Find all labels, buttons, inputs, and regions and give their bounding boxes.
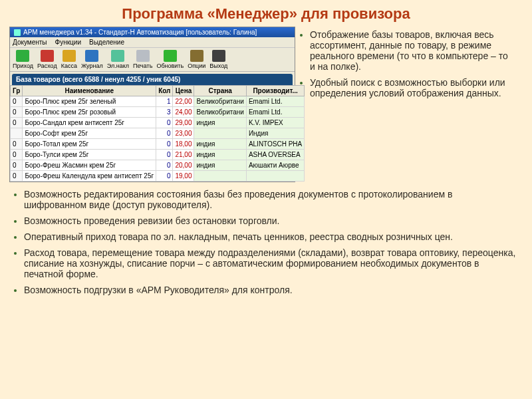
table-row[interactable]: 0Боро-Тулси крем 25г021,00индияASHA OVER… <box>11 150 305 160</box>
bullet-item: Оперативный приход товара по эл. накладн… <box>24 231 516 242</box>
cell-name: Боро-Сандал крем антисепт 25г <box>23 118 156 128</box>
cell-price: 20,00 <box>173 160 194 171</box>
cell-price: 23,00 <box>173 128 194 139</box>
bullet-item: Удобный поиск с возможностью выборки или… <box>310 77 509 98</box>
table-row[interactable]: 0Боро-Сандал крем антисепт 25г029,00инди… <box>11 118 305 128</box>
table-row[interactable]: 0Боро-Плюс крем 25г розовый324,00Великоб… <box>11 107 305 118</box>
table-row[interactable]: 0Боро-Тотал крем 25г018,00индияALINTOSCH… <box>11 139 305 150</box>
cell-qty: 0 <box>156 150 173 160</box>
cell-country: Великобритани <box>194 96 246 107</box>
toolbar-button[interactable]: Эл.накл <box>107 50 129 69</box>
menu-selection[interactable]: Выделение <box>89 39 124 46</box>
menu-functions[interactable]: Функции <box>55 39 81 46</box>
toolbar-icon <box>63 50 76 62</box>
page-title: Программа «Менеджер» для провизора <box>0 5 532 23</box>
cell-name: Боро-Плюс крем 25г розовый <box>23 107 156 118</box>
toolbar-icon <box>190 50 203 62</box>
app-screenshot: АРМ менеджера v1.34 - Стандарт-Н Автомат… <box>9 27 295 182</box>
column-header[interactable]: Гр <box>11 86 23 96</box>
cell-gr: 0 <box>11 96 23 107</box>
cell-price: 22,00 <box>173 96 194 107</box>
toolbar-label: Выход <box>209 63 227 69</box>
cell-country: индия <box>194 118 246 128</box>
bullet-item: Расход товара, перемещение товара между … <box>24 247 516 279</box>
column-header[interactable]: Страна <box>194 86 246 96</box>
table-header-row: ГрНаименованиеКолЦенаСтранаПроизводит... <box>11 86 305 96</box>
cell-name: Боро-Тулси крем 25г <box>23 150 156 160</box>
cell-name: Боро-Плюс крем 25г зеленый <box>23 96 156 107</box>
toolbar-button[interactable]: Печать <box>133 50 152 69</box>
column-header[interactable]: Кол <box>156 86 173 96</box>
toolbar-button[interactable]: Расход <box>37 50 57 69</box>
cell-qty: 0 <box>156 118 173 128</box>
window-title: АРМ менеджера v1.34 - Стандарт-Н Автомат… <box>23 29 257 36</box>
cell-country <box>194 128 246 139</box>
side-bullets: Отображение базы товаров, включая весь а… <box>295 27 521 182</box>
cell-gr <box>11 128 23 139</box>
toolbar-label: Обновить <box>156 63 184 69</box>
cell-price: 29,00 <box>173 118 194 128</box>
lower-bullets: Возможность редактирования состояния баз… <box>0 182 532 295</box>
cell-qty: 0 <box>156 160 173 171</box>
cell-gr: 0 <box>11 171 23 182</box>
bullet-item: Отображение базы товаров, включая весь а… <box>310 29 509 72</box>
menu-documents[interactable]: Документы <box>13 39 47 46</box>
cell-country <box>194 171 246 182</box>
toolbar: ПриходРасходКассаЖурналЭл.наклПечатьОбно… <box>10 48 295 72</box>
toolbar-button[interactable]: Обновить <box>156 50 184 69</box>
app-icon <box>14 29 21 36</box>
toolbar-icon <box>111 50 124 62</box>
cell-country: Великобритани <box>194 107 246 118</box>
window-titlebar: АРМ менеджера v1.34 - Стандарт-Н Автомат… <box>10 27 295 37</box>
toolbar-icon <box>164 50 177 62</box>
toolbar-icon <box>16 50 29 62</box>
cell-price: 19,00 <box>173 171 194 182</box>
toolbar-label: Журнал <box>81 63 103 69</box>
table-row[interactable]: 0Боро-Фреш Жасмин крем 25г020,00индияАюш… <box>11 160 305 171</box>
cell-gr: 0 <box>11 107 23 118</box>
column-header[interactable]: Цена <box>173 86 194 96</box>
cell-name: Боро-Фреш Календула крем антисепт 25г <box>23 171 156 182</box>
toolbar-icon <box>212 50 225 62</box>
table-row[interactable]: 0Боро-Плюс крем 25г зеленый122,00Великоб… <box>11 96 305 107</box>
bullet-item: Возможность проведения ревизии без остан… <box>24 215 516 226</box>
products-table: ГрНаименованиеКолЦенаСтранаПроизводит...… <box>10 85 305 182</box>
toolbar-button[interactable]: Опции <box>188 50 205 69</box>
toolbar-icon <box>41 50 54 62</box>
cell-qty: 0 <box>156 171 173 182</box>
toolbar-icon <box>85 50 98 62</box>
toolbar-button[interactable]: Журнал <box>81 50 103 69</box>
column-header[interactable]: Наименование <box>23 86 156 96</box>
toolbar-label: Приход <box>13 63 33 69</box>
toolbar-label: Опции <box>188 63 205 69</box>
cell-qty: 0 <box>156 128 173 139</box>
cell-gr: 0 <box>11 150 23 160</box>
table-row[interactable]: Боро-Софт крем 25г023,00Индия <box>11 128 305 139</box>
cell-price: 21,00 <box>173 150 194 160</box>
toolbar-label: Касса <box>61 63 77 69</box>
upper-row: АРМ менеджера v1.34 - Стандарт-Н Автомат… <box>0 27 532 182</box>
cell-name: Боро-Тотал крем 25г <box>23 139 156 150</box>
cell-price: 18,00 <box>173 139 194 150</box>
cell-name: Боро-Софт крем 25г <box>23 128 156 139</box>
table-row[interactable]: 0Боро-Фреш Календула крем антисепт 25г01… <box>11 171 305 182</box>
cell-qty: 3 <box>156 107 173 118</box>
toolbar-button[interactable]: Выход <box>209 50 227 69</box>
toolbar-label: Расход <box>37 63 57 69</box>
cell-gr: 0 <box>11 118 23 128</box>
cell-qty: 1 <box>156 96 173 107</box>
cell-country: индия <box>194 160 246 171</box>
cell-name: Боро-Фреш Жасмин крем 25г <box>23 160 156 171</box>
table-body: 0Боро-Плюс крем 25г зеленый122,00Великоб… <box>11 96 305 182</box>
bullet-item: Возможность редактирования состояния баз… <box>24 189 516 210</box>
toolbar-button[interactable]: Касса <box>61 50 77 69</box>
toolbar-icon <box>136 50 150 62</box>
toolbar-button[interactable]: Приход <box>13 50 33 69</box>
menubar: Документы Функции Выделение <box>10 37 295 48</box>
cell-country: индия <box>194 150 246 160</box>
toolbar-label: Печать <box>133 63 152 69</box>
tab-products[interactable]: База товаров (всего 6588 / ненул 4255 / … <box>12 74 293 85</box>
cell-price: 24,00 <box>173 107 194 118</box>
cell-gr: 0 <box>11 139 23 150</box>
bullet-item: Возможность подгрузки в «АРМ Руководител… <box>24 285 516 295</box>
